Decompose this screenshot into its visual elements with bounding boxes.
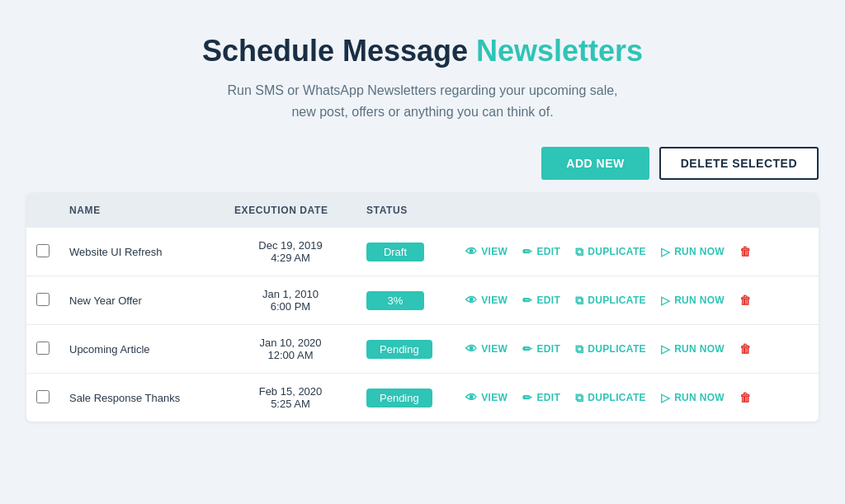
status-badge: 3% xyxy=(366,291,424,310)
trash-icon: 🗑 xyxy=(739,245,751,258)
page-title: Schedule Message Newsletters xyxy=(26,33,819,68)
newsletters-table-wrapper: NAME EXECUTION DATE STATUS Website UI Re… xyxy=(26,193,819,422)
table-header: NAME EXECUTION DATE STATUS xyxy=(26,193,819,228)
duplicate-icon: ⧉ xyxy=(575,342,583,356)
row-name-cell: Website UI Refresh xyxy=(59,228,224,276)
view-button[interactable]: 👁 VIEW xyxy=(465,342,507,356)
play-icon: ▷ xyxy=(661,342,670,356)
edit-icon: ✏ xyxy=(522,294,532,307)
row-name: Website UI Refresh xyxy=(69,246,162,258)
run-now-label: RUN NOW xyxy=(674,343,725,355)
delete-button[interactable]: 🗑 xyxy=(739,342,751,356)
col-header-name: NAME xyxy=(59,193,224,228)
row-actions: 👁 VIEW ✏ EDIT ⧉ DUPLICATE xyxy=(465,245,809,259)
run-now-button[interactable]: ▷ RUN NOW xyxy=(661,294,725,307)
row-actions: 👁 VIEW ✏ EDIT ⧉ DUPLICATE xyxy=(465,342,809,356)
eye-icon: 👁 xyxy=(465,342,477,356)
row-exec-date: Feb 15, 20205:25 AM xyxy=(234,385,347,410)
edit-button[interactable]: ✏ EDIT xyxy=(522,245,560,258)
row-actions-cell: 👁 VIEW ✏ EDIT ⧉ DUPLICATE xyxy=(456,374,819,422)
edit-button[interactable]: ✏ EDIT xyxy=(522,294,560,307)
page-title-part1: Schedule Message xyxy=(202,34,476,68)
trash-icon: 🗑 xyxy=(739,342,751,356)
duplicate-icon: ⧉ xyxy=(575,294,583,308)
row-name-cell: New Year Offer xyxy=(59,276,224,325)
duplicate-button[interactable]: ⧉ DUPLICATE xyxy=(575,391,646,405)
view-label: VIEW xyxy=(481,294,507,306)
row-actions: 👁 VIEW ✏ EDIT ⧉ DUPLICATE xyxy=(465,391,809,405)
delete-button[interactable]: 🗑 xyxy=(739,294,751,307)
row-name-cell: Sale Response Thanks xyxy=(59,374,224,422)
page-subtitle: Run SMS or WhatsApp Newsletters regardin… xyxy=(175,80,670,122)
row-name: Sale Response Thanks xyxy=(69,392,180,404)
row-status-cell: 3% xyxy=(356,276,456,325)
page-container: Schedule Message Newsletters Run SMS or … xyxy=(26,33,819,422)
edit-button[interactable]: ✏ EDIT xyxy=(522,391,560,404)
status-badge: Draft xyxy=(366,243,424,261)
table-row: New Year Offer Jan 1, 20106:00 PM 3% 👁 V… xyxy=(26,276,819,325)
row-exec-date-cell: Jan 1, 20106:00 PM xyxy=(224,276,356,325)
row-checkbox[interactable] xyxy=(36,244,50,257)
view-label: VIEW xyxy=(481,343,507,355)
row-checkbox-cell xyxy=(26,228,59,276)
edit-icon: ✏ xyxy=(522,391,532,404)
row-exec-date: Jan 1, 20106:00 PM xyxy=(234,288,347,313)
row-exec-date-cell: Dec 19, 20194:29 AM xyxy=(224,228,356,276)
delete-selected-button[interactable]: DELETE SELECTED xyxy=(659,147,819,180)
row-exec-date: Dec 19, 20194:29 AM xyxy=(234,239,347,264)
col-header-actions xyxy=(456,193,819,228)
row-checkbox[interactable] xyxy=(36,390,50,403)
duplicate-button[interactable]: ⧉ DUPLICATE xyxy=(575,294,646,308)
run-now-button[interactable]: ▷ RUN NOW xyxy=(661,391,725,404)
row-exec-date: Jan 10, 202012:00 AM xyxy=(234,337,347,361)
row-checkbox-cell xyxy=(26,374,59,422)
play-icon: ▷ xyxy=(661,245,670,258)
page-title-highlight: Newsletters xyxy=(476,34,643,68)
trash-icon: 🗑 xyxy=(739,391,751,404)
play-icon: ▷ xyxy=(661,391,670,404)
row-exec-date-cell: Feb 15, 20205:25 AM xyxy=(224,374,356,422)
row-actions: 👁 VIEW ✏ EDIT ⧉ DUPLICATE xyxy=(465,294,809,308)
edit-label: EDIT xyxy=(537,246,561,257)
eye-icon: 👁 xyxy=(465,294,477,307)
view-button[interactable]: 👁 VIEW xyxy=(465,391,507,404)
duplicate-label: DUPLICATE xyxy=(588,294,645,306)
view-button[interactable]: 👁 VIEW xyxy=(465,294,507,307)
row-name-cell: Upcoming Article xyxy=(59,325,224,374)
row-checkbox[interactable] xyxy=(36,341,50,355)
row-name: New Year Offer xyxy=(69,294,142,307)
edit-label: EDIT xyxy=(537,392,561,403)
row-status-cell: Pending xyxy=(356,374,456,422)
run-now-button[interactable]: ▷ RUN NOW xyxy=(661,342,725,356)
run-now-button[interactable]: ▷ RUN NOW xyxy=(661,245,725,258)
row-actions-cell: 👁 VIEW ✏ EDIT ⧉ DUPLICATE xyxy=(456,228,819,276)
view-label: VIEW xyxy=(481,246,507,257)
eye-icon: 👁 xyxy=(465,245,477,258)
edit-label: EDIT xyxy=(537,294,561,306)
delete-button[interactable]: 🗑 xyxy=(739,245,751,258)
duplicate-label: DUPLICATE xyxy=(588,392,645,403)
row-actions-cell: 👁 VIEW ✏ EDIT ⧉ DUPLICATE xyxy=(456,276,819,325)
duplicate-button[interactable]: ⧉ DUPLICATE xyxy=(575,245,646,259)
delete-button[interactable]: 🗑 xyxy=(739,391,751,404)
row-checkbox[interactable] xyxy=(36,293,50,306)
add-new-button[interactable]: ADD NEW xyxy=(541,147,649,180)
duplicate-button[interactable]: ⧉ DUPLICATE xyxy=(575,342,646,356)
duplicate-label: DUPLICATE xyxy=(588,246,645,257)
row-name: Upcoming Article xyxy=(69,343,150,356)
run-now-label: RUN NOW xyxy=(674,294,725,306)
table-body: Website UI Refresh Dec 19, 20194:29 AM D… xyxy=(26,228,819,422)
edit-button[interactable]: ✏ EDIT xyxy=(522,342,560,356)
play-icon: ▷ xyxy=(661,294,670,307)
edit-icon: ✏ xyxy=(522,342,532,356)
run-now-label: RUN NOW xyxy=(674,392,725,403)
col-header-execution-date: EXECUTION DATE xyxy=(224,193,356,228)
trash-icon: 🗑 xyxy=(739,294,751,307)
row-exec-date-cell: Jan 10, 202012:00 AM xyxy=(224,325,356,374)
row-checkbox-cell xyxy=(26,276,59,325)
run-now-label: RUN NOW xyxy=(674,246,725,257)
action-bar: ADD NEW DELETE SELECTED xyxy=(26,147,819,180)
view-button[interactable]: 👁 VIEW xyxy=(465,245,507,258)
table-row: Upcoming Article Jan 10, 202012:00 AM Pe… xyxy=(26,325,819,374)
row-checkbox-cell xyxy=(26,325,59,374)
